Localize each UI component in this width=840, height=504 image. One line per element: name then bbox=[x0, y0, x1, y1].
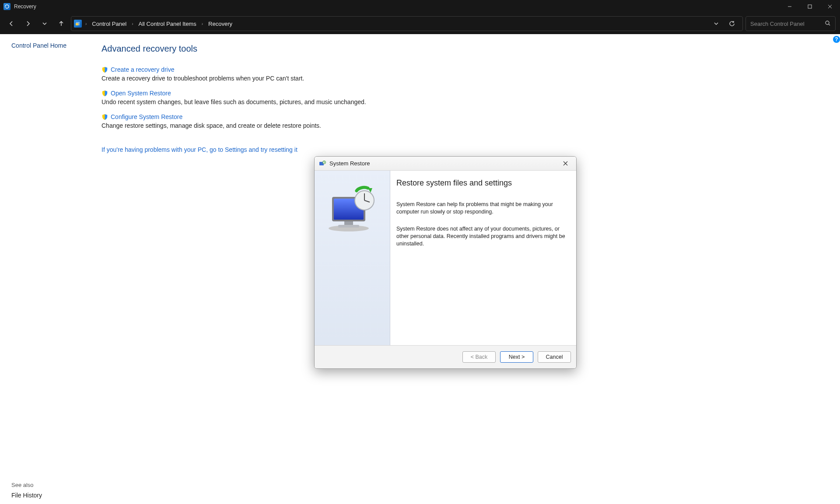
content-area: ? Control Panel Home See also File Histo… bbox=[0, 34, 840, 504]
close-button[interactable] bbox=[820, 0, 840, 13]
system-restore-dialog: System Restore bbox=[314, 156, 577, 369]
shield-icon bbox=[102, 66, 108, 73]
dialog-close-button[interactable] bbox=[558, 158, 573, 169]
next-button[interactable]: Next > bbox=[500, 351, 533, 363]
cancel-button[interactable]: Cancel bbox=[538, 351, 571, 363]
search-input[interactable] bbox=[750, 21, 825, 27]
tool-description: Change restore settings, manage disk spa… bbox=[102, 122, 827, 129]
dialog-footer: < Back Next > Cancel bbox=[315, 346, 576, 368]
left-column: Control Panel Home See also File History bbox=[0, 34, 101, 504]
navigation-bar: › Control Panel › All Control Panel Item… bbox=[0, 13, 840, 34]
shield-icon bbox=[102, 114, 108, 120]
dialog-paragraph: System Restore can help fix problems tha… bbox=[396, 201, 567, 216]
dialog-titlebar[interactable]: System Restore bbox=[315, 157, 576, 171]
refresh-button[interactable] bbox=[726, 18, 738, 30]
control-panel-home-link[interactable]: Control Panel Home bbox=[11, 42, 66, 49]
address-bar[interactable]: › Control Panel › All Control Panel Item… bbox=[71, 16, 743, 31]
configure-system-restore-link[interactable]: Configure System Restore bbox=[111, 113, 182, 120]
svg-rect-14 bbox=[338, 225, 359, 228]
svg-point-6 bbox=[826, 21, 829, 24]
minimize-button[interactable] bbox=[780, 0, 800, 13]
page-heading: Advanced recovery tools bbox=[102, 44, 827, 54]
help-label: ? bbox=[835, 36, 838, 42]
search-box[interactable] bbox=[746, 16, 836, 31]
breadcrumb-control-panel[interactable]: Control Panel bbox=[90, 21, 128, 27]
breadcrumb-all-items[interactable]: All Control Panel Items bbox=[136, 21, 198, 27]
window-titlebar: Recovery bbox=[0, 0, 840, 13]
svg-line-7 bbox=[829, 24, 830, 25]
file-history-link[interactable]: File History bbox=[11, 492, 42, 499]
dialog-title: System Restore bbox=[329, 160, 370, 167]
shield-icon bbox=[102, 90, 108, 97]
tool-create-recovery-drive: Create a recovery drive Create a recover… bbox=[102, 66, 827, 82]
dialog-paragraph: System Restore does not affect any of yo… bbox=[396, 225, 567, 248]
forward-button[interactable] bbox=[21, 17, 35, 31]
breadcrumb-recovery[interactable]: Recovery bbox=[206, 21, 234, 27]
tool-open-system-restore: Open System Restore Undo recent system c… bbox=[102, 90, 827, 105]
back-button[interactable]: < Back bbox=[462, 351, 496, 363]
maximize-button[interactable] bbox=[800, 0, 820, 13]
control-panel-icon bbox=[74, 20, 82, 28]
recent-locations-button[interactable] bbox=[38, 17, 52, 31]
tool-description: Create a recovery drive to troubleshoot … bbox=[102, 75, 827, 82]
tool-configure-system-restore: Configure System Restore Change restore … bbox=[102, 113, 827, 129]
reset-pc-link[interactable]: If you're having problems with your PC, … bbox=[102, 146, 298, 153]
dialog-heading: Restore system files and settings bbox=[396, 178, 567, 188]
system-restore-icon bbox=[319, 160, 326, 167]
window-title: Recovery bbox=[14, 4, 36, 10]
search-icon bbox=[825, 20, 831, 28]
chevron-right-icon: › bbox=[131, 21, 134, 26]
see-also-label: See also bbox=[11, 482, 97, 488]
back-button[interactable] bbox=[4, 17, 18, 31]
recovery-icon bbox=[4, 3, 10, 10]
system-restore-illustration-icon bbox=[326, 186, 378, 234]
open-system-restore-link[interactable]: Open System Restore bbox=[111, 90, 171, 97]
help-button[interactable]: ? bbox=[833, 36, 840, 43]
chevron-right-icon: › bbox=[201, 21, 204, 26]
svg-rect-1 bbox=[808, 5, 812, 8]
dialog-right-panel: Restore system files and settings System… bbox=[390, 171, 576, 345]
dropdown-button[interactable] bbox=[710, 18, 722, 30]
create-recovery-drive-link[interactable]: Create a recovery drive bbox=[111, 66, 175, 73]
svg-rect-5 bbox=[76, 23, 78, 25]
dialog-body: Restore system files and settings System… bbox=[315, 171, 576, 346]
chevron-right-icon: › bbox=[84, 21, 88, 26]
up-button[interactable] bbox=[54, 17, 68, 31]
tool-description: Undo recent system changes, but leave fi… bbox=[102, 98, 827, 105]
dialog-left-panel bbox=[315, 171, 390, 345]
